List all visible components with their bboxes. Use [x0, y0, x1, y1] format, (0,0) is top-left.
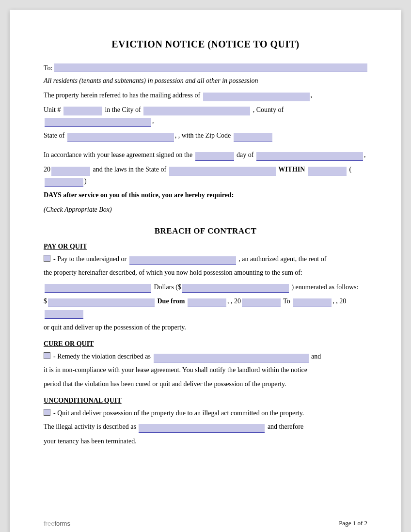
unit-field[interactable]	[63, 107, 102, 115]
pay-or-quit-title: PAY OR QUIT	[44, 243, 367, 250]
pay-text-2: , an authorized agent, the rent of	[238, 255, 326, 263]
unconditional-quit-line: - Quit and deliver possession of the pro…	[44, 407, 367, 419]
due-20-label: , 20	[231, 297, 241, 305]
to-label: To:	[44, 64, 52, 72]
uncond-line-2: The illegal activity is described as and…	[44, 421, 367, 433]
agent-field[interactable]	[129, 256, 236, 265]
cure-checkbox[interactable]	[44, 352, 50, 359]
from-date-field[interactable]	[188, 298, 226, 307]
lease-text-1: In accordance with your lease agreement …	[44, 151, 192, 158]
days-label: DAYS after service on you of this notice…	[44, 191, 234, 199]
cure-or-quit-title: CURE OR QUIT	[44, 340, 367, 348]
unconditional-quit-title: UNCONDITIONAL QUIT	[44, 397, 367, 405]
property-line-2: Unit # in the City of , County of ,	[44, 104, 367, 127]
brand-free: free	[44, 520, 54, 527]
paren-open: (	[349, 166, 351, 173]
county-label: , County of	[253, 106, 284, 113]
paren-close: )	[84, 177, 87, 185]
due-from-line: $ Due from , , 20 To , , 20	[44, 296, 367, 319]
to-label-2: To	[283, 297, 290, 305]
cure-or-quit-line: - Remedy the violation described as and	[44, 351, 367, 362]
dollars-text-field[interactable]	[45, 284, 151, 293]
property-text-1: The property herein referred to has the …	[44, 92, 200, 99]
lease-year-field[interactable]	[51, 167, 90, 175]
within-label: WITHIN	[278, 166, 305, 173]
uncond-text-2: The illegal activity is described as	[44, 423, 136, 430]
lease-day-field[interactable]	[195, 152, 234, 161]
uncond-line-3: your tenancy has been terminated.	[44, 436, 367, 447]
city-field[interactable]	[143, 107, 250, 115]
cure-line-3: period that the violation has been cured…	[44, 378, 367, 390]
within-days-field[interactable]	[308, 167, 347, 175]
property-line-3: State of , , with the Zip Code	[44, 130, 367, 141]
cure-line-2: it is in non-compliance with your lease …	[44, 364, 367, 376]
state-label: State of	[44, 132, 64, 139]
pay-checkbox[interactable]	[44, 255, 50, 262]
due-from-label: Due from	[158, 297, 185, 305]
zip-field[interactable]	[234, 133, 272, 141]
pay-line-2: the property hereinafter described, of w…	[44, 267, 367, 279]
pay-line-3: Dollars ($ ) enumerated as follows:	[44, 282, 367, 293]
document-page: EVICTION NOTICE (NOTICE TO QUIT) To: All…	[10, 10, 401, 532]
from-year-field[interactable]	[242, 298, 281, 307]
city-label: in the City of	[105, 106, 141, 113]
to-year-field[interactable]	[45, 310, 83, 319]
brand-forms: forms	[54, 520, 70, 527]
unconditional-checkbox[interactable]	[44, 409, 50, 416]
footer: freeforms Page 1 of 2	[44, 519, 367, 527]
breach-title: BREACH OF CONTRACT	[44, 226, 367, 236]
lease-line-2: 20 and the laws in the State of WITHIN (…	[44, 164, 367, 187]
residents-note: All residents (tenants and subtenants) i…	[44, 75, 367, 87]
dollar-amount-field[interactable]	[182, 284, 289, 293]
lease-line-3: DAYS after service on you of this notice…	[44, 189, 367, 201]
pay-text-1: - Pay to the undersigned or	[53, 255, 126, 263]
zip-label: , with the Zip Code	[178, 132, 231, 139]
pay-line-4: or quit and deliver up the possession of…	[44, 322, 367, 333]
lease-text-3: 20	[44, 166, 50, 173]
illegal-activity-field[interactable]	[139, 424, 265, 433]
pay-or-quit-line: - Pay to the undersigned or , an authori…	[44, 253, 367, 265]
cure-text-2: and	[311, 353, 321, 360]
cure-text-1: - Remedy the violation described as	[53, 353, 151, 360]
unit-label: Unit #	[44, 106, 61, 113]
lease-state-field[interactable]	[169, 167, 276, 175]
brand-logo: freeforms	[44, 520, 70, 527]
address-field[interactable]	[203, 93, 310, 101]
to-date-field[interactable]	[293, 298, 332, 307]
to-20-label: , 20	[336, 297, 346, 305]
dollar-field[interactable]	[48, 298, 155, 307]
lease-text-2: day of	[237, 151, 253, 158]
lease-text-4: and the laws in the State of	[93, 166, 167, 173]
pay-text-4: Dollars ($	[154, 283, 181, 291]
state-field[interactable]	[67, 133, 174, 141]
violation-field[interactable]	[154, 354, 309, 362]
lease-month-field[interactable]	[256, 152, 363, 161]
to-row: To:	[44, 63, 367, 72]
lease-line-1: In accordance with your lease agreement …	[44, 149, 367, 161]
check-note: (Check Appropriate Box)	[44, 204, 367, 216]
uncond-text-1: - Quit and deliver possession of the pro…	[53, 407, 304, 419]
pay-text-5: ) enumerated as follows:	[291, 283, 358, 291]
property-line-1: The property herein referred to has the …	[44, 90, 367, 101]
uncond-text-3: and therefore	[268, 423, 303, 430]
county-field[interactable]	[45, 118, 151, 127]
within-paren-field[interactable]	[45, 178, 83, 187]
page-number: Page 1 of 2	[339, 519, 367, 527]
document-title: EVICTION NOTICE (NOTICE TO QUIT)	[44, 39, 367, 50]
to-field[interactable]	[54, 63, 367, 72]
